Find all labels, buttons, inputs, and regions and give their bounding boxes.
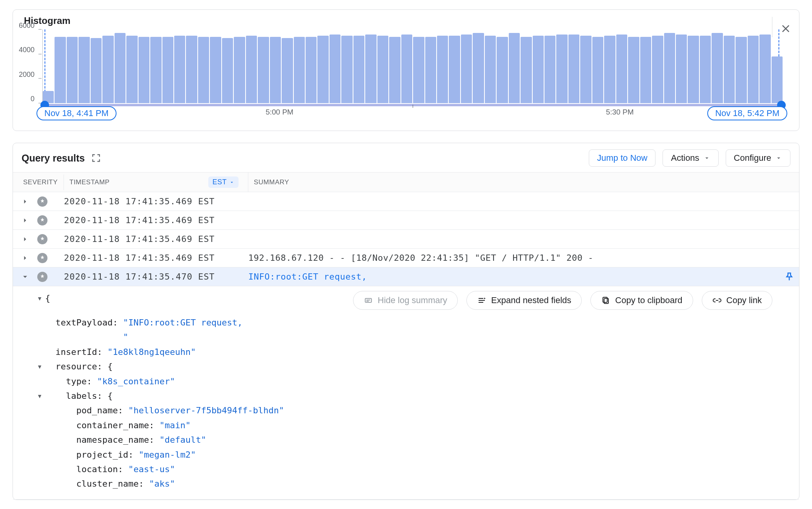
caret-collapse-icon[interactable]: ▾ bbox=[34, 389, 45, 403]
histogram-bar[interactable] bbox=[126, 36, 137, 103]
log-row[interactable]: 2020-11-18 17:41:35.469 EST bbox=[13, 192, 799, 211]
histogram-bar[interactable] bbox=[748, 36, 759, 103]
histogram-bar[interactable] bbox=[115, 33, 126, 103]
histogram-plot[interactable] bbox=[43, 29, 788, 103]
log-row[interactable]: 2020-11-18 17:41:35.469 EST bbox=[13, 211, 799, 230]
histogram-bar[interactable] bbox=[772, 56, 783, 103]
copy-link-button[interactable]: Copy link bbox=[702, 291, 772, 310]
range-end-pill[interactable]: Nov 18, 5:42 PM bbox=[707, 106, 787, 120]
histogram-bar[interactable] bbox=[258, 37, 269, 103]
histogram-bar[interactable] bbox=[521, 37, 532, 103]
json-key[interactable]: type: bbox=[66, 374, 92, 389]
row-expand-toggle[interactable] bbox=[13, 273, 37, 281]
histogram-bar[interactable] bbox=[91, 38, 102, 103]
row-expand-toggle[interactable] bbox=[13, 254, 37, 262]
json-key[interactable]: labels: bbox=[66, 389, 102, 403]
range-start-pill[interactable]: Nov 18, 4:41 PM bbox=[36, 106, 117, 120]
caret-collapse-icon[interactable]: ▾ bbox=[34, 359, 45, 374]
json-value[interactable]: "default" bbox=[159, 433, 206, 447]
actions-menu[interactable]: Actions bbox=[663, 149, 718, 167]
json-value[interactable]: "INFO:root:GET request, bbox=[123, 315, 243, 330]
json-value[interactable]: "megan-lm2" bbox=[138, 447, 196, 462]
histogram-bar[interactable] bbox=[485, 36, 496, 103]
histogram-bar[interactable] bbox=[55, 37, 66, 103]
histogram-bar[interactable] bbox=[759, 35, 770, 103]
histogram-bar[interactable] bbox=[294, 37, 305, 103]
histogram-bar[interactable] bbox=[568, 35, 579, 103]
histogram-bar[interactable] bbox=[724, 36, 735, 103]
configure-menu[interactable]: Configure bbox=[726, 149, 790, 167]
json-key[interactable]: textPayload: bbox=[56, 315, 118, 330]
histogram-bar[interactable] bbox=[592, 37, 603, 103]
histogram-bar[interactable] bbox=[640, 37, 651, 103]
histogram-bar[interactable] bbox=[652, 36, 663, 103]
histogram-bar[interactable] bbox=[138, 37, 149, 103]
histogram-bar[interactable] bbox=[353, 36, 364, 103]
severity-cell[interactable] bbox=[37, 215, 64, 225]
histogram-bar[interactable] bbox=[437, 36, 448, 103]
json-key[interactable]: resource: bbox=[56, 359, 102, 374]
json-value[interactable]: "east-us" bbox=[128, 462, 175, 476]
histogram-bar[interactable] bbox=[377, 36, 388, 103]
histogram-bar[interactable] bbox=[497, 37, 508, 103]
histogram-bar[interactable] bbox=[330, 35, 340, 103]
histogram-bar[interactable] bbox=[270, 37, 281, 103]
histogram-bar[interactable] bbox=[604, 36, 615, 103]
json-key[interactable]: location: bbox=[76, 462, 123, 476]
histogram-bar[interactable] bbox=[664, 33, 675, 103]
histogram-bar[interactable] bbox=[341, 36, 352, 103]
col-severity[interactable]: SEVERITY bbox=[13, 175, 64, 190]
histogram-bar[interactable] bbox=[174, 36, 185, 103]
histogram-bar[interactable] bbox=[556, 35, 567, 103]
histogram-bar[interactable] bbox=[700, 36, 711, 103]
histogram-bar[interactable] bbox=[246, 36, 257, 103]
histogram-bar[interactable] bbox=[509, 33, 520, 103]
jump-to-now-button[interactable]: Jump to Now bbox=[589, 149, 655, 167]
histogram-bar[interactable] bbox=[628, 37, 639, 103]
histogram-bar[interactable] bbox=[544, 36, 555, 103]
json-value[interactable]: "helloserver-7f5bb494ff-blhdn" bbox=[128, 403, 284, 418]
histogram-bar[interactable] bbox=[282, 38, 293, 103]
col-timestamp[interactable]: TIMESTAMP EST bbox=[64, 173, 248, 192]
json-key[interactable]: container_name: bbox=[76, 418, 154, 433]
histogram-bar[interactable] bbox=[580, 36, 591, 103]
severity-cell[interactable] bbox=[37, 272, 64, 282]
histogram-bar[interactable] bbox=[222, 38, 233, 103]
col-summary[interactable]: SUMMARY bbox=[248, 175, 799, 190]
row-expand-toggle[interactable] bbox=[13, 198, 37, 205]
json-key[interactable]: cluster_name: bbox=[76, 476, 144, 491]
histogram-bar[interactable] bbox=[676, 35, 687, 103]
json-key[interactable]: pod_name: bbox=[76, 403, 123, 418]
histogram-bar[interactable] bbox=[461, 35, 472, 103]
histogram-bar[interactable] bbox=[533, 36, 544, 103]
log-row[interactable]: 2020-11-18 17:41:35.470 ESTINFO:root:GET… bbox=[13, 267, 799, 286]
histogram-bar[interactable] bbox=[365, 35, 376, 103]
histogram-bar[interactable] bbox=[198, 37, 209, 103]
log-row[interactable]: 2020-11-18 17:41:35.469 EST bbox=[13, 230, 799, 249]
histogram-bar[interactable] bbox=[306, 37, 317, 103]
fullscreen-icon[interactable] bbox=[91, 153, 101, 163]
severity-cell[interactable] bbox=[37, 253, 64, 263]
histogram-bar[interactable] bbox=[102, 36, 113, 103]
row-expand-toggle[interactable] bbox=[13, 216, 37, 224]
json-key[interactable]: insertId: bbox=[56, 345, 102, 359]
histogram-bar[interactable] bbox=[425, 37, 436, 103]
json-value[interactable]: "k8s_container" bbox=[97, 374, 175, 389]
copy-to-clipboard-button[interactable]: Copy to clipboard bbox=[590, 291, 693, 310]
histogram-bar[interactable] bbox=[616, 35, 627, 103]
histogram-bar[interactable] bbox=[67, 37, 78, 103]
histogram-bar[interactable] bbox=[389, 37, 400, 103]
timezone-selector[interactable]: EST bbox=[208, 176, 239, 188]
histogram-bar[interactable] bbox=[413, 37, 424, 103]
caret-collapse-icon[interactable]: ▾ bbox=[34, 291, 45, 305]
json-value[interactable]: " bbox=[123, 330, 128, 344]
histogram-bar[interactable] bbox=[234, 37, 245, 103]
histogram-bar[interactable] bbox=[210, 37, 221, 103]
hide-log-summary-button[interactable]: Hide log summary bbox=[353, 291, 458, 310]
histogram-bar[interactable] bbox=[78, 37, 89, 103]
log-row[interactable]: 2020-11-18 17:41:35.469 EST192.168.67.12… bbox=[13, 249, 799, 267]
histogram-bar[interactable] bbox=[401, 35, 412, 103]
severity-cell[interactable] bbox=[37, 234, 64, 244]
histogram-bar[interactable] bbox=[186, 36, 197, 103]
histogram-bar[interactable] bbox=[317, 36, 328, 103]
